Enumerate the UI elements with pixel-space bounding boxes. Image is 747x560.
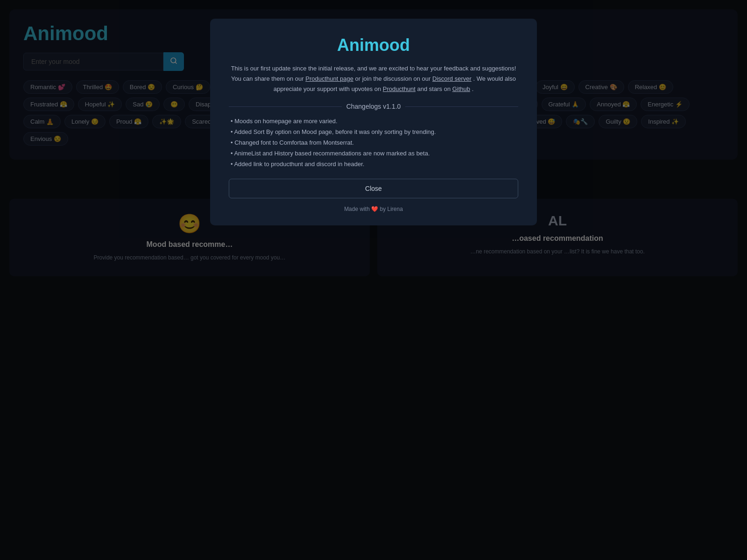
changelog-item: Moods on homepage are more varied. <box>229 118 518 125</box>
discord-link[interactable]: Discord server <box>432 75 472 82</box>
close-button[interactable]: Close <box>229 179 518 198</box>
modal-overlay: Animood This is our first update since t… <box>0 0 747 560</box>
changelog-item: Added link to producthunt and discord in… <box>229 161 518 168</box>
github-link[interactable]: Github <box>452 85 470 92</box>
changelog-item: Changed font to Comfortaa from Montserra… <box>229 139 518 146</box>
divider-left <box>229 106 342 107</box>
modal-title: Animood <box>229 35 518 55</box>
footer-credit: Made with ❤️ by Lirena <box>229 206 518 212</box>
modal-intro: This is our first update since the initi… <box>229 63 518 94</box>
producthunt-link[interactable]: Producthunt page <box>305 75 353 82</box>
changelog-item: AnimeList and History based recommendati… <box>229 150 518 157</box>
heart-icon: ❤️ <box>371 206 378 212</box>
changelog-list: Moods on homepage are more varied.Added … <box>229 118 518 168</box>
divider-right <box>405 106 518 107</box>
changelog-modal: Animood This is our first update since t… <box>210 19 537 225</box>
changelog-item: Added Sort By option on Mood page, befor… <box>229 128 518 135</box>
producthunt-upvote-link[interactable]: Producthunt <box>383 85 416 92</box>
changelog-divider: Changelogs v1.1.0 <box>229 103 518 110</box>
changelog-heading: Changelogs v1.1.0 <box>346 103 401 110</box>
